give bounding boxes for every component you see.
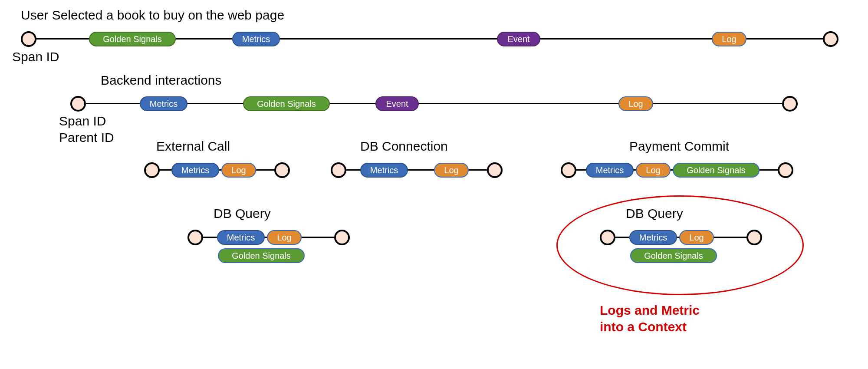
log-pill: Log [221,163,256,178]
external-call-title: External Call [156,139,230,154]
trace-diagram: User Selected a book to buy on the web p… [0,0,868,369]
callout-line2: into a Context [600,320,687,334]
callout-line1: Logs and Metric [600,303,700,317]
golden-signals-pill: Golden Signals [218,248,305,263]
dbconn-start-node [331,162,346,178]
metrics-pill: Metrics [232,32,280,46]
metrics-pill: Metrics [217,230,265,245]
span-id-label: Span ID [12,49,59,64]
db-connection-title: DB Connection [360,139,448,154]
log-pill: Log [636,163,671,178]
span-id-label-2: Span ID [59,114,106,128]
row1-end-node [823,31,838,47]
golden-signals-pill: Golden Signals [243,96,330,111]
extcall-start-node [144,162,160,178]
metrics-pill: Metrics [360,163,408,178]
parent-id-label: Parent ID [59,130,114,145]
golden-signals-pill: Golden Signals [89,32,176,46]
event-pill: Event [497,32,540,46]
log-pill: Log [618,96,653,111]
metrics-pill: Metrics [140,96,187,111]
extcall-end-node [274,162,290,178]
log-pill: Log [434,163,469,178]
row2-start-node [70,96,86,112]
paycommit-end-node [778,162,793,178]
metrics-pill: Metrics [171,163,219,178]
dbquery1-start-node [187,230,203,245]
dbconn-end-node [487,162,503,178]
payment-commit-title: Payment Commit [629,139,729,154]
log-pill: Log [267,230,302,245]
golden-signals-pill: Golden Signals [673,163,760,178]
metrics-pill: Metrics [586,163,634,178]
row1-start-node [21,31,36,47]
db-query-title-1: DB Query [214,206,271,221]
log-pill: Log [712,32,746,46]
paycommit-start-node [561,162,576,178]
callout-text: Logs and Metric into a Context [600,302,700,335]
row2-title: Backend interactions [101,73,222,88]
dbquery1-end-node [334,230,350,245]
row1-title: User Selected a book to buy on the web p… [21,8,284,23]
row2-end-node [782,96,798,112]
callout-ellipse [556,195,804,295]
event-pill: Event [375,96,419,111]
